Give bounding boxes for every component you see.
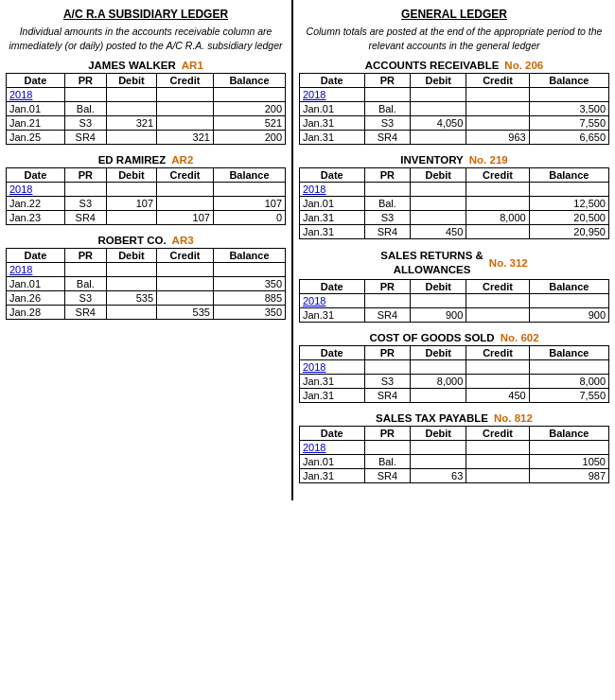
account-number: No. 219 bbox=[469, 154, 508, 166]
balance-cell bbox=[529, 88, 608, 102]
column-header: PR bbox=[364, 168, 411, 183]
column-header: Debit bbox=[106, 168, 156, 183]
account-number: No. 812 bbox=[494, 412, 533, 424]
account-number: No. 206 bbox=[504, 60, 543, 71]
year-link[interactable]: 2018 bbox=[303, 442, 325, 453]
year-link[interactable]: 2018 bbox=[303, 295, 325, 306]
column-header: Balance bbox=[529, 74, 608, 88]
pr-cell: S3 bbox=[364, 211, 411, 225]
column-header: Date bbox=[300, 280, 365, 294]
debit-cell bbox=[411, 455, 466, 469]
column-header: Date bbox=[300, 427, 365, 441]
balance-cell bbox=[529, 183, 608, 197]
left-subtitle: Individual amounts in the accounts recei… bbox=[6, 25, 286, 52]
credit-cell: 321 bbox=[157, 131, 214, 145]
credit-cell bbox=[157, 88, 214, 102]
table-row: 2018 bbox=[300, 360, 609, 375]
pr-cell bbox=[364, 360, 411, 375]
debit-cell bbox=[106, 277, 156, 291]
date-cell: 2018 bbox=[300, 88, 365, 102]
table-row: 2018 bbox=[7, 183, 286, 197]
debit-cell bbox=[106, 263, 156, 277]
table-row: Jan.31SR44507,550 bbox=[300, 389, 609, 403]
balance-cell: 521 bbox=[213, 116, 285, 131]
page: A/C R.A SUBSIDIARY LEDGER Individual amo… bbox=[0, 0, 615, 500]
ledger-table: DatePRDebitCreditBalance2018Jan.01Bal.3,… bbox=[299, 73, 609, 145]
table-row: 2018 bbox=[7, 88, 286, 102]
column-header: Balance bbox=[213, 249, 285, 263]
credit-cell: 8,000 bbox=[466, 211, 529, 225]
table-row: Jan.31S38,0008,000 bbox=[300, 375, 609, 389]
year-link[interactable]: 2018 bbox=[303, 184, 325, 195]
pr-cell: S3 bbox=[364, 375, 411, 389]
credit-cell: 963 bbox=[466, 131, 529, 145]
year-link[interactable]: 2018 bbox=[303, 361, 325, 373]
credit-cell bbox=[466, 469, 529, 483]
table-row: 2018 bbox=[300, 183, 609, 197]
column-header: PR bbox=[364, 74, 411, 88]
pr-cell: Bal. bbox=[64, 102, 106, 116]
credit-cell bbox=[157, 102, 214, 116]
credit-cell bbox=[466, 375, 529, 389]
table-row: Jan.31SR445020,950 bbox=[300, 225, 609, 239]
credit-cell bbox=[157, 277, 214, 291]
credit-cell bbox=[466, 360, 529, 375]
balance-cell bbox=[213, 183, 285, 197]
ledger-section: ED RAMIREZAR2DatePRDebitCreditBalance201… bbox=[6, 154, 286, 225]
credit-cell bbox=[157, 291, 214, 306]
balance-cell: 20,500 bbox=[529, 211, 608, 225]
year-link[interactable]: 2018 bbox=[9, 184, 32, 195]
ledger-table: DatePRDebitCreditBalance2018Jan.22S31071… bbox=[6, 167, 286, 225]
left-panel: A/C R.A SUBSIDIARY LEDGER Individual amo… bbox=[0, 0, 293, 500]
balance-cell: 200 bbox=[213, 131, 285, 145]
debit-cell: 900 bbox=[411, 308, 466, 323]
date-cell: Jan.31 bbox=[300, 211, 365, 225]
right-title: GENERAL LEDGER bbox=[299, 8, 609, 21]
credit-cell bbox=[466, 294, 529, 308]
balance-cell: 107 bbox=[213, 197, 285, 211]
column-header: PR bbox=[364, 280, 411, 294]
debit-cell bbox=[411, 197, 466, 211]
column-header: Balance bbox=[213, 74, 285, 88]
pr-cell: S3 bbox=[64, 291, 106, 306]
debit-cell bbox=[411, 183, 466, 197]
left-title: A/C R.A SUBSIDIARY LEDGER bbox=[6, 8, 286, 21]
section-header: SALES TAX PAYABLENo. 812 bbox=[299, 412, 609, 424]
right-panel: GENERAL LEDGER Column totals are posted … bbox=[293, 0, 615, 500]
balance-cell: 20,950 bbox=[529, 225, 608, 239]
account-number: No. 602 bbox=[501, 332, 539, 343]
pr-cell: SR4 bbox=[64, 306, 106, 320]
debit-cell: 450 bbox=[411, 225, 466, 239]
credit-cell bbox=[466, 88, 529, 102]
ar-tag: AR2 bbox=[171, 154, 193, 166]
pr-cell bbox=[64, 183, 106, 197]
section-name: JAMES WALKER bbox=[88, 60, 176, 71]
date-cell: Jan.25 bbox=[7, 131, 65, 145]
pr-cell bbox=[364, 88, 411, 102]
credit-cell: 535 bbox=[157, 306, 214, 320]
year-link[interactable]: 2018 bbox=[303, 89, 325, 100]
balance-cell: 885 bbox=[213, 291, 285, 306]
column-header: Debit bbox=[411, 280, 466, 294]
ledger-section: SALES TAX PAYABLENo. 812DatePRDebitCredi… bbox=[299, 412, 609, 483]
balance-cell: 350 bbox=[213, 306, 285, 320]
date-cell: Jan.01 bbox=[300, 197, 365, 211]
pr-cell: SR4 bbox=[364, 389, 411, 403]
pr-cell: SR4 bbox=[64, 211, 106, 225]
year-link[interactable]: 2018 bbox=[9, 264, 32, 275]
pr-cell: SR4 bbox=[64, 131, 106, 145]
debit-cell bbox=[411, 102, 466, 116]
column-header: PR bbox=[364, 427, 411, 441]
year-link[interactable]: 2018 bbox=[9, 89, 32, 100]
date-cell: Jan.31 bbox=[300, 375, 365, 389]
column-header: Debit bbox=[106, 74, 156, 88]
date-cell: Jan.31 bbox=[300, 131, 365, 145]
pr-cell: SR4 bbox=[364, 469, 411, 483]
section-header: INVENTORYNo. 219 bbox=[299, 154, 609, 166]
section-header: COST OF GOODS SOLDNo. 602 bbox=[299, 332, 609, 343]
credit-cell bbox=[157, 263, 214, 277]
table-row: Jan.01Bal.3,500 bbox=[300, 102, 609, 116]
right-subtitle: Column totals are posted at the end of t… bbox=[299, 25, 609, 52]
table-row: Jan.31SR49636,650 bbox=[300, 131, 609, 145]
credit-cell bbox=[157, 183, 214, 197]
